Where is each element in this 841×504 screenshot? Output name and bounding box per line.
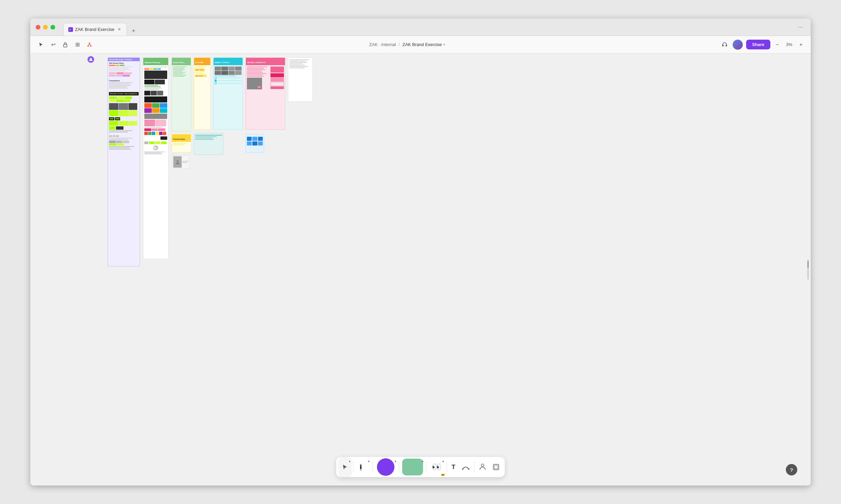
website-planning-header: Website Planning — [143, 58, 168, 65]
website-planning-frame[interactable]: Website Planning — [143, 57, 169, 259]
current-page-name[interactable]: ZAK Brand Exercise ▾ — [402, 42, 445, 47]
toolbar-left: ↩ ⊞ — [36, 40, 94, 49]
brand-launch-header: BRAND LAUNCH!!!!!! — [246, 58, 285, 65]
browser-tabs: F ZAK Brand Exercise ✕ + — [63, 18, 138, 36]
canvas-scrollbar-thumb[interactable] — [807, 261, 809, 268]
blue-squares-frame[interactable] — [245, 134, 264, 152]
svg-rect-13 — [360, 464, 362, 465]
content-ideas-frame[interactable]: Content Ideas — [172, 134, 191, 152]
green-sticker-bt[interactable]: ▲ — [401, 457, 425, 477]
bt-separator-1 — [353, 462, 354, 472]
tab-title: ZAK Brand Exercise — [75, 27, 114, 32]
actions-frame[interactable]: ACTIONS — [194, 57, 210, 130]
frame-tool-icon — [493, 464, 500, 470]
text-icon: T — [452, 464, 456, 471]
curve-icon — [462, 464, 469, 470]
green-options-arrow[interactable]: ▲ — [422, 460, 424, 463]
person-tool-bt[interactable] — [476, 457, 490, 477]
text-tool-bt[interactable]: T — [448, 457, 459, 477]
curve-tool-bt[interactable] — [459, 457, 473, 477]
char-icon: 👀 — [432, 462, 442, 472]
future-planning-frame[interactable]: Future Plann... — [172, 57, 191, 131]
pen-tool-bt[interactable]: ▲ — [355, 457, 371, 477]
brand-planning-frame[interactable]: Brand Planning / Analysis ZAK Brand Stor… — [108, 57, 140, 267]
cursor-tool-bt[interactable]: ▲ — [339, 457, 352, 477]
actions-header: ACTIONS — [194, 58, 210, 65]
char-sticker-bt[interactable]: 👀 ZAK ▲ — [428, 457, 445, 477]
zak-brand-story-label: ZAK Brand Story — [109, 62, 139, 64]
teal-bottom-frame[interactable] — [194, 133, 223, 155]
avatar[interactable] — [733, 40, 743, 50]
pen-icon — [360, 463, 366, 471]
history-back-button[interactable]: ↩ — [49, 40, 58, 49]
zoom-minus-button[interactable]: − — [774, 41, 781, 48]
new-tab-button[interactable]: + — [129, 26, 138, 36]
person-photo-frame[interactable] — [172, 155, 190, 169]
help-button[interactable]: ? — [786, 464, 797, 475]
bt-separator-4 — [426, 462, 427, 472]
content-ideas-header: Content Ideas — [172, 134, 191, 142]
share-icon-button[interactable] — [85, 40, 94, 49]
frame-tool-button[interactable]: ⊞ — [73, 40, 82, 49]
svg-point-4 — [87, 46, 89, 47]
cursor-icon — [342, 464, 348, 470]
bt-separator-6 — [474, 462, 475, 472]
svg-point-5 — [90, 46, 91, 47]
app-toolbar: ↩ ⊞ ZAK · Internal / ZAK Brand Exercise … — [30, 36, 811, 53]
traffic-light-green[interactable] — [50, 25, 55, 30]
headphones-icon[interactable] — [720, 40, 729, 49]
toolbar-right: Share − 3% + — [720, 40, 805, 50]
svg-rect-2 — [64, 44, 67, 47]
zoom-plus-button[interactable]: + — [797, 41, 805, 48]
cursor-tool-button[interactable] — [36, 40, 46, 49]
competitors-label: Competitors — [109, 79, 139, 82]
brand-launch-frame[interactable]: BRAND LAUNCH!!!!!! — [245, 57, 285, 130]
purple-sticker-bt[interactable]: ▲ — [374, 457, 398, 477]
bottom-toolbar: ▲ ▲ ▲ — [337, 457, 505, 477]
browser-tab-active[interactable]: F ZAK Brand Exercise ✕ — [63, 23, 127, 36]
share-button[interactable]: Share — [746, 40, 770, 49]
green-blob-icon — [402, 458, 423, 475]
traffic-light-red[interactable] — [36, 25, 40, 30]
tab-favicon: F — [68, 27, 73, 32]
cursor-tool-options-arrow[interactable]: ▲ — [348, 460, 351, 463]
chevron-down-icon: ▾ — [443, 43, 445, 47]
svg-rect-8 — [722, 45, 724, 47]
sticker-options-arrow[interactable]: ▲ — [394, 460, 397, 463]
svg-point-16 — [481, 464, 484, 467]
weekly-photo-frame[interactable]: WEEKLY PHOTO — [213, 57, 243, 130]
svg-rect-9 — [726, 45, 727, 47]
weekly-photo-header: WEEKLY PHOTO — [213, 58, 243, 65]
breadcrumb-parent[interactable]: ZAK · Internal — [369, 42, 396, 47]
svg-text:F: F — [70, 29, 71, 31]
svg-rect-18 — [495, 465, 498, 469]
canvas-content: Brand Planning / Analysis ZAK Brand Stor… — [30, 53, 811, 486]
breadcrumb-separator: / — [399, 42, 400, 47]
tab-close-button[interactable]: ✕ — [116, 27, 122, 32]
svg-rect-17 — [494, 464, 499, 470]
canvas-area[interactable]: Brand Planning / Analysis ZAK Brand Stor… — [30, 53, 811, 486]
traffic-light-yellow[interactable] — [43, 25, 48, 30]
svg-rect-12 — [360, 465, 362, 469]
bt-separator-3 — [399, 462, 399, 472]
browser-more-menu[interactable]: ··· — [795, 23, 805, 32]
browser-window: F ZAK Brand Exercise ✕ + ··· ↩ ⊞ — [30, 18, 811, 486]
canvas-scrollbar[interactable] — [807, 259, 809, 280]
brand-story-essence-label: BRAND STORY AND ESSENCE — [109, 92, 139, 95]
svg-point-3 — [89, 43, 90, 44]
zoom-level-display: 3% — [785, 42, 794, 47]
traffic-lights — [36, 25, 55, 30]
lock-tool-button[interactable] — [61, 40, 70, 49]
pen-tool-options-arrow[interactable]: ▲ — [368, 460, 371, 463]
breadcrumb: ZAK · Internal / ZAK Brand Exercise ▾ — [100, 42, 715, 47]
person-tool-icon — [479, 464, 486, 470]
svg-point-14 — [462, 468, 464, 470]
bt-separator-2 — [372, 462, 373, 472]
canvas-user-indicator — [87, 56, 94, 63]
svg-line-7 — [89, 44, 91, 46]
frame-tool-bt[interactable] — [490, 457, 503, 477]
bt-separator-5 — [447, 462, 447, 472]
svg-point-15 — [468, 468, 469, 470]
char-options-arrow[interactable]: ▲ — [442, 460, 445, 463]
right-top-frame[interactable] — [288, 57, 313, 102]
